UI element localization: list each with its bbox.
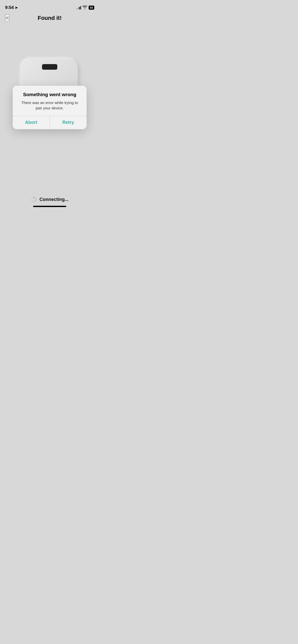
- dialog-title: Something went wrong: [18, 92, 82, 97]
- error-dialog: Something went wrong There was an error …: [13, 86, 87, 129]
- dialog-buttons: Abort Retry: [13, 116, 87, 129]
- retry-button[interactable]: Retry: [50, 116, 87, 129]
- dialog-message: There was an error while trying to pair …: [18, 100, 82, 111]
- dialog-overlay: Something went wrong There was an error …: [0, 0, 99, 215]
- abort-button[interactable]: Abort: [13, 116, 50, 129]
- dialog-content: Something went wrong There was an error …: [13, 86, 87, 116]
